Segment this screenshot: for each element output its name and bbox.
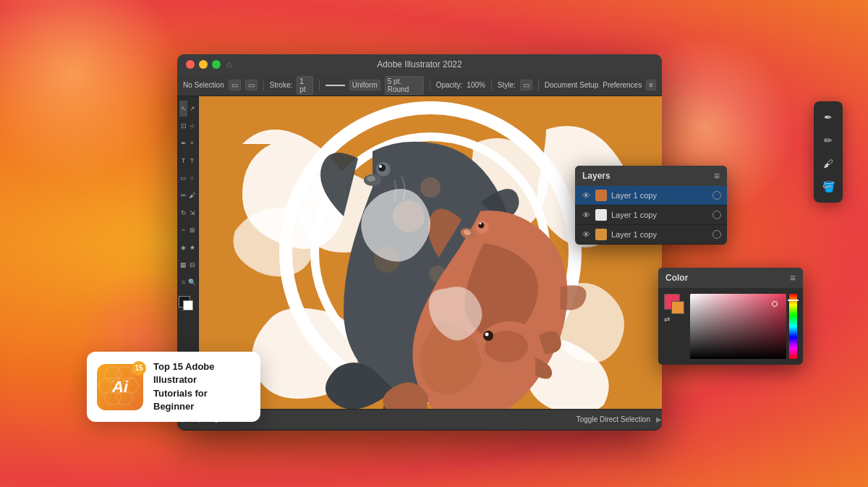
main-canvas	[199, 96, 662, 409]
expand-arrow[interactable]: ▶	[656, 415, 662, 423]
layers-panel: Layers ≡ 👁 Layer 1 copy 👁 Layer 1 copy 👁…	[575, 166, 727, 245]
type-tool[interactable]: T	[179, 153, 187, 169]
layer-name-3: Layer 1 copy	[611, 230, 708, 239]
hue-indicator	[788, 300, 799, 302]
layer-swatch-3	[595, 229, 607, 240]
fill-color[interactable]	[179, 296, 190, 308]
layer-swatch-2	[595, 209, 607, 221]
color-panel-header: Color ≡	[658, 268, 803, 288]
layer-row-1[interactable]: 👁 Layer 1 copy	[575, 186, 727, 206]
selection-dropdown[interactable]: ▭	[229, 80, 241, 90]
svg-point-11	[367, 176, 375, 182]
svg-point-20	[485, 333, 489, 336]
warp-tool[interactable]: ~	[179, 222, 187, 238]
svg-point-19	[483, 331, 493, 341]
pencil-float-tool[interactable]: ✏	[818, 130, 838, 151]
title-bar: ⌂ Adobe Illustrator 2022	[177, 54, 662, 75]
blend-tool[interactable]: ◈	[179, 240, 187, 255]
more-options[interactable]: ≡	[646, 80, 656, 90]
selection-tool[interactable]: ↖	[179, 101, 187, 117]
eye-icon-3[interactable]: 👁	[581, 230, 591, 239]
badge-number: 15	[132, 361, 146, 376]
close-button[interactable]	[186, 60, 195, 69]
toggle-label[interactable]: Toggle Direct Selection	[576, 415, 650, 423]
slice-tool[interactable]: ⊟	[188, 257, 196, 273]
preferences-button[interactable]: Preferences	[603, 81, 642, 89]
direct-selection-tool[interactable]: ↗	[188, 101, 196, 117]
sep5	[538, 80, 539, 91]
minimize-button[interactable]	[199, 60, 208, 69]
badge-text: Top 15 Adobe Illustrator Tutorials for B…	[153, 360, 250, 413]
symbol-tool[interactable]: ★	[188, 240, 196, 255]
selection-tools: ↖ ↗	[179, 101, 196, 117]
hue-slider[interactable]	[789, 294, 797, 359]
column-graph-tool[interactable]: ▦	[179, 257, 187, 273]
rotate-tool[interactable]: ↻	[179, 205, 187, 221]
document-setup-button[interactable]: Document Setup	[545, 81, 599, 89]
scale-tool[interactable]: ⇲	[188, 205, 196, 221]
layer-row-3[interactable]: 👁 Layer 1 copy	[575, 225, 727, 245]
lasso-tool[interactable]: ⊡	[179, 118, 187, 134]
brush-select[interactable]: 5 pt. Round	[385, 76, 424, 95]
layer-name-2: Layer 1 copy	[611, 211, 708, 219]
svg-point-4	[420, 177, 441, 198]
badge-card: Ai 15 Top 15 Adobe Illustrator Tutorials…	[87, 352, 260, 422]
layer-target-1[interactable]	[712, 191, 721, 200]
pen-tool[interactable]: ✒	[179, 135, 187, 151]
eye-icon-1[interactable]: 👁	[581, 191, 591, 200]
pencil-tool[interactable]: ✏	[179, 187, 187, 203]
ellipse-tool[interactable]: ○	[188, 170, 196, 186]
rectangle-tool[interactable]: ▭	[179, 170, 187, 186]
ai-logo: Ai	[112, 378, 128, 397]
opacity-label: Opacity:	[436, 81, 463, 89]
layer-target-2[interactable]	[712, 211, 721, 219]
maximize-button[interactable]	[212, 60, 221, 69]
layers-panel-menu[interactable]: ≡	[714, 170, 720, 182]
style-label: Style:	[498, 81, 516, 89]
opacity-value: 100%	[467, 81, 485, 89]
graph-tools: ▦ ⊟	[179, 257, 196, 273]
no-selection-label: No Selection	[183, 81, 224, 89]
swap-colors-icon[interactable]: ⇄	[664, 316, 684, 323]
fill-float-tool[interactable]: 🪣	[818, 177, 838, 197]
eye-icon-2[interactable]: 👁	[581, 211, 591, 219]
badge-title-line1: Top 15 Adobe Illustrator	[153, 361, 215, 385]
stroke-label: Stroke:	[270, 81, 293, 89]
sep1	[263, 80, 264, 91]
layer-target-3[interactable]	[712, 230, 721, 239]
fill-dropdown[interactable]: ▭	[245, 80, 258, 90]
add-anchor-tool[interactable]: +	[188, 135, 196, 151]
layer-name-1: Layer 1 copy	[611, 191, 708, 200]
shape-tools: ▭ ○	[179, 170, 196, 186]
stroke-color[interactable]	[183, 300, 193, 310]
uniform-select[interactable]: Uniform	[349, 80, 380, 90]
pen-float-tool[interactable]: ✒	[818, 107, 838, 127]
zoom-tool[interactable]: 🔍	[188, 274, 196, 290]
svg-point-9	[379, 165, 382, 168]
color-gradient-picker[interactable]	[690, 294, 786, 359]
color-boxes	[179, 296, 197, 315]
svg-point-8	[378, 164, 386, 171]
color-picker-area	[690, 294, 797, 359]
layer-swatch-1	[595, 190, 607, 201]
stroke-preview	[326, 85, 345, 86]
brush-float-tool[interactable]: 🖌	[818, 153, 838, 174]
sep2	[319, 80, 320, 91]
home-icon[interactable]: ⌂	[226, 59, 231, 69]
eyedropper-tool[interactable]: ⌗	[179, 274, 187, 290]
free-transform-tool[interactable]: ⊞	[188, 222, 196, 238]
transform-tools: ↻ ⇲	[179, 205, 196, 221]
traffic-lights	[186, 60, 221, 69]
bg-swatch[interactable]	[671, 301, 684, 314]
badge-icon-area: Ai 15	[97, 364, 143, 410]
color-panel: Color ≡ ⇄	[658, 268, 803, 365]
layer-row-2[interactable]: 👁 Layer 1 copy	[575, 206, 727, 225]
pen-tools: ✒ +	[179, 135, 196, 151]
stroke-value[interactable]: 1 pt	[297, 76, 313, 95]
color-panel-menu[interactable]: ≡	[790, 272, 796, 284]
blend-tools: ◈ ★	[179, 240, 196, 255]
vertical-type-tool[interactable]: T	[188, 153, 196, 169]
style-select[interactable]: ▭	[520, 80, 532, 90]
brush-tool[interactable]: 🖌	[188, 187, 196, 203]
magic-wand-tool[interactable]: ⊹	[188, 118, 196, 134]
